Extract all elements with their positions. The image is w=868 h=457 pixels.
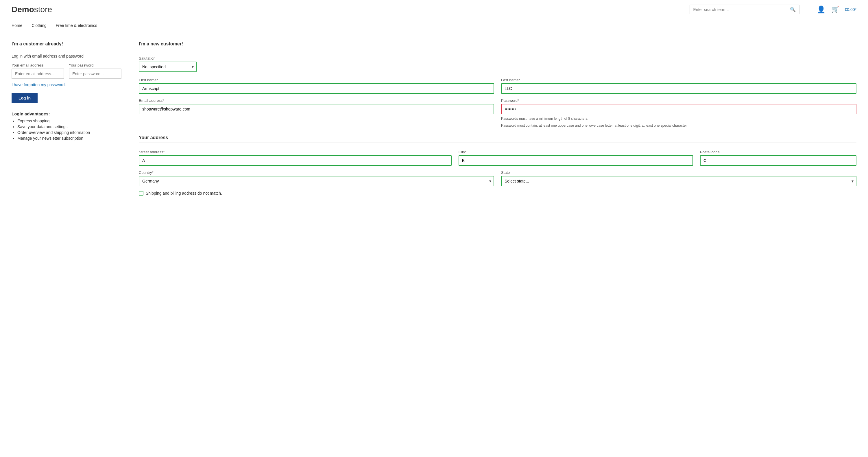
cart-amount[interactable]: €0.00* [845, 7, 857, 12]
password-form-group: Your password [69, 63, 121, 79]
password-label: Your password [69, 63, 121, 67]
salutation-label: Salutation [139, 56, 857, 60]
header: Demostore 🔍 👤 🛒 €0.00* [0, 0, 868, 19]
password-hint2: Password must contain: at least one uppe… [501, 123, 857, 128]
postal-label: Postal code [700, 150, 857, 154]
advantage-item: Express shopping [17, 119, 121, 123]
street-city-postal-row: Street address* City* Postal code [139, 150, 857, 166]
address-section: Your address Street address* City* Posta… [139, 135, 857, 195]
salutation-select[interactable]: Not specified Mr. Ms. [139, 62, 197, 72]
city-label: City* [459, 150, 693, 154]
billing-address-row: Shipping and billing address do not matc… [139, 191, 857, 195]
nav-freetimeelectronics[interactable]: Free time & electronics [56, 23, 97, 28]
name-row: First name* Last name* [139, 78, 857, 94]
user-icon[interactable]: 👤 [817, 5, 826, 13]
last-name-input[interactable] [501, 83, 857, 94]
postal-group: Postal code [700, 150, 857, 166]
cart-icon[interactable]: 🛒 [831, 6, 839, 13]
first-name-input[interactable] [139, 83, 494, 94]
logo-bold: Demo [11, 5, 34, 14]
billing-address-checkbox[interactable] [139, 191, 144, 195]
advantage-item: Manage your newsletter subscription [17, 136, 121, 141]
logo: Demostore [11, 5, 52, 14]
street-input[interactable] [139, 155, 452, 166]
email-password-row: Email address* Password* Passwords must … [139, 98, 857, 128]
advantages-list: Express shopping Save your data and sett… [11, 119, 121, 141]
state-select[interactable]: Select state... [501, 176, 857, 186]
advantages-title: Login advantages: [11, 111, 121, 116]
address-divider [139, 143, 857, 143]
new-password-group: Password* Passwords must have a minimum … [501, 98, 857, 128]
state-group: State Select state... [501, 170, 857, 186]
nav-clothing[interactable]: Clothing [32, 23, 46, 28]
country-select-wrap: Germany Austria Switzerland [139, 176, 494, 186]
first-name-label: First name* [139, 78, 494, 82]
new-customer-title: I'm a new customer! [139, 41, 857, 47]
new-customer-section: I'm a new customer! Salutation Not speci… [139, 41, 857, 195]
advantage-item: Save your data and settings [17, 124, 121, 129]
search-icon: 🔍 [790, 7, 796, 12]
main-content: I'm a customer already! Log in with emai… [0, 32, 868, 205]
new-email-input[interactable] [139, 104, 494, 114]
country-group: Country* Germany Austria Switzerland [139, 170, 494, 186]
forgot-password-link[interactable]: I have forgotten my password. [11, 83, 121, 87]
last-name-group: Last name* [501, 78, 857, 94]
new-email-group: Email address* [139, 98, 494, 128]
country-state-row: Country* Germany Austria Switzerland Sta… [139, 170, 857, 186]
new-email-label: Email address* [139, 98, 494, 103]
city-input[interactable] [459, 155, 693, 166]
email-label: Your email address [11, 63, 64, 67]
city-group: City* [459, 150, 693, 166]
street-label: Street address* [139, 150, 452, 154]
state-select-wrap: Select state... [501, 176, 857, 186]
header-icons: 👤 🛒 €0.00* [817, 5, 857, 13]
billing-address-label: Shipping and billing address do not matc… [146, 191, 222, 195]
new-password-input[interactable] [501, 104, 857, 114]
login-fields-row: Your email address Your password [11, 63, 121, 79]
left-divider [11, 49, 121, 49]
last-name-label: Last name* [501, 78, 857, 82]
right-divider [139, 49, 857, 49]
password-hint1: Passwords must have a minimum length of … [501, 116, 857, 121]
login-subtitle: Log in with email address and password [11, 54, 121, 58]
new-password-label: Password* [501, 98, 857, 103]
salutation-wrapper: Not specified Mr. Ms. [139, 62, 197, 72]
country-select[interactable]: Germany Austria Switzerland [139, 176, 494, 186]
postal-input[interactable] [700, 155, 857, 166]
search-input[interactable] [693, 7, 787, 12]
country-label: Country* [139, 170, 494, 175]
email-form-group: Your email address [11, 63, 64, 79]
logo-light: store [34, 5, 52, 14]
existing-customer-title: I'm a customer already! [11, 41, 121, 47]
salutation-group: Salutation Not specified Mr. Ms. [139, 56, 857, 72]
street-group: Street address* [139, 150, 452, 166]
address-title: Your address [139, 135, 857, 140]
search-bar: 🔍 [690, 5, 800, 14]
main-nav: Home Clothing Free time & electronics [0, 19, 868, 32]
login-password-input[interactable] [69, 68, 121, 79]
advantage-item: Order overview and shipping information [17, 130, 121, 135]
state-label: State [501, 170, 857, 175]
existing-customer-section: I'm a customer already! Log in with emai… [11, 41, 121, 195]
first-name-group: First name* [139, 78, 494, 94]
login-button[interactable]: Log in [11, 93, 38, 103]
nav-home[interactable]: Home [11, 23, 22, 28]
login-email-input[interactable] [11, 68, 64, 79]
